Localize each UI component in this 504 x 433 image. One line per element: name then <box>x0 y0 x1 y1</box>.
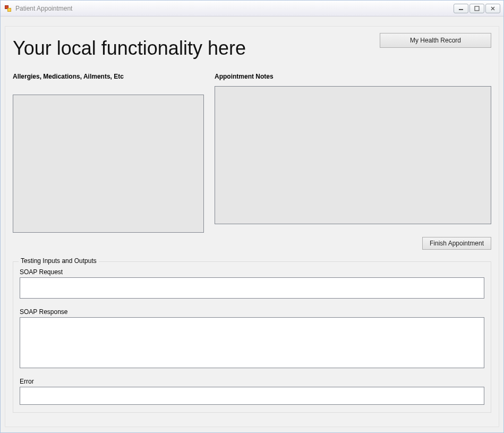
allergies-column: Allergies, Medications, Ailments, Etc <box>13 73 204 233</box>
minimize-icon <box>458 6 464 11</box>
error-textarea[interactable] <box>20 387 484 405</box>
titlebar[interactable]: Patient Appointment <box>1 1 503 16</box>
error-label: Error <box>20 378 484 385</box>
window-controls <box>454 4 500 13</box>
testing-groupbox: Testing Inputs and Outputs SOAP Request … <box>13 261 491 413</box>
close-icon <box>490 6 496 11</box>
top-row: Your local functionality here My Health … <box>13 32 491 60</box>
soap-request-label: SOAP Request <box>20 268 484 276</box>
soap-response-section: SOAP Response <box>20 308 484 370</box>
app-icon <box>4 4 12 13</box>
soap-response-textarea[interactable] <box>20 317 484 368</box>
error-section: Error <box>20 378 484 407</box>
content-panel: Your local functionality here My Health … <box>5 26 499 427</box>
notes-column: Appointment Notes <box>215 73 491 233</box>
window-title: Patient Appointment <box>15 5 72 12</box>
svg-rect-0 <box>459 9 463 10</box>
maximize-icon <box>474 6 480 11</box>
finish-row: Finish Appointment <box>13 237 491 250</box>
maximize-button[interactable] <box>469 4 484 13</box>
soap-response-label: SOAP Response <box>20 308 484 316</box>
testing-groupbox-title: Testing Inputs and Outputs <box>19 257 99 265</box>
svg-rect-1 <box>475 6 479 11</box>
minimize-button[interactable] <box>454 4 468 13</box>
app-window: Patient Appointment Your local functiona… <box>0 0 504 433</box>
soap-request-textarea[interactable] <box>20 277 484 299</box>
my-health-record-button[interactable]: My Health Record <box>380 33 491 48</box>
appointment-notes-textarea[interactable] <box>215 86 491 224</box>
upper-panels: Allergies, Medications, Ailments, Etc Ap… <box>13 73 491 233</box>
allergies-label: Allergies, Medications, Ailments, Etc <box>13 73 204 80</box>
finish-appointment-button[interactable]: Finish Appointment <box>422 237 491 250</box>
client-area: Your local functionality here My Health … <box>1 16 503 432</box>
appointment-notes-label: Appointment Notes <box>215 73 491 80</box>
allergies-textarea[interactable] <box>13 95 204 233</box>
page-title: Your local functionality here <box>13 37 246 60</box>
close-button[interactable] <box>485 4 500 13</box>
soap-request-section: SOAP Request <box>20 268 484 301</box>
